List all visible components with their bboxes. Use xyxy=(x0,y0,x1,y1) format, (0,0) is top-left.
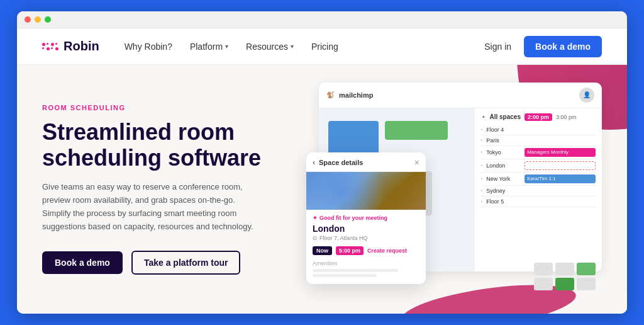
now-badge: Now xyxy=(313,246,332,255)
sign-in-link[interactable]: Sign in xyxy=(484,42,511,52)
space-name: Tokyo xyxy=(486,149,521,156)
location-icon: ⊙ xyxy=(313,235,318,241)
space-card-title-row: ‹ Space details xyxy=(313,158,363,167)
browser-chrome xyxy=(17,11,627,28)
nav-actions: Sign in Book a demo xyxy=(484,36,602,57)
space-card-header: ‹ Space details × xyxy=(306,152,426,172)
expand-icon: › xyxy=(481,162,483,168)
space-actions: Now 5:00 pm Create request xyxy=(313,246,419,255)
all-spaces-label: All spaces xyxy=(490,113,521,120)
schedule-row: › New York Kara/Tim 1:1 xyxy=(481,173,596,186)
event-label: Kara/Tim 1:1 xyxy=(525,176,558,181)
space-details-title: Space details xyxy=(319,159,363,166)
nav-why-robin[interactable]: Why Robin? xyxy=(125,42,172,52)
hero-left: ROOM SCHEDULING Streamlined room schedul… xyxy=(42,104,294,275)
amenity-line xyxy=(313,274,377,277)
close-dot[interactable] xyxy=(25,16,31,23)
amenities-lines xyxy=(313,269,419,277)
browser-window: Robin Why Robin? Platform ▾ Resources ▾ … xyxy=(17,11,627,314)
close-icon[interactable]: × xyxy=(414,157,419,168)
availability-tiles xyxy=(534,263,596,290)
amenity-line xyxy=(313,269,398,272)
book-demo-hero-button[interactable]: Book a demo xyxy=(42,251,123,274)
expand-icon: › xyxy=(481,188,483,193)
tile xyxy=(534,278,553,290)
schedule-row: › Paris xyxy=(481,135,596,146)
room-location: ⊙ Floor 7, Atlanta HQ xyxy=(313,235,419,241)
nav-pricing[interactable]: Pricing xyxy=(311,42,338,52)
nav-links: Why Robin? Platform ▾ Resources ▾ Pricin… xyxy=(125,42,485,52)
schedule-row: › Floor 5 xyxy=(481,197,596,207)
hero-mockup: 🐒 mailchimp 👤 xyxy=(306,76,602,303)
space-name: London xyxy=(486,162,521,169)
green-block xyxy=(385,121,448,140)
page: Robin Why Robin? Platform ▾ Resources ▾ … xyxy=(17,28,627,314)
expand-icon: › xyxy=(481,137,483,143)
event-bar-dashed xyxy=(525,161,596,170)
event-label: Managers Monthly xyxy=(525,149,571,155)
space-card-body: ✦ Good fit for your meeting London ⊙ Flo… xyxy=(306,210,426,284)
expand-icon: › xyxy=(481,149,483,155)
amenities-label: Amenities xyxy=(313,260,419,266)
schedule-row: › London xyxy=(481,159,596,173)
nav-platform[interactable]: Platform ▾ xyxy=(190,42,228,52)
book-demo-button[interactable]: Book a demo xyxy=(524,36,602,57)
card-header: 🐒 mailchimp 👤 xyxy=(319,83,602,108)
schedule-panel: ⚬ All spaces 2:00 pm 3:00 pm › Floor 4 xyxy=(475,108,602,271)
create-request-link[interactable]: Create request xyxy=(367,248,407,254)
logo-icon xyxy=(42,43,58,50)
logo[interactable]: Robin xyxy=(42,39,99,54)
chevron-down-icon: ▾ xyxy=(291,43,294,50)
expand-icon: › xyxy=(481,176,483,181)
hero-section: ROOM SCHEDULING Streamlined room schedul… xyxy=(17,65,627,314)
space-name: New York xyxy=(486,176,521,182)
category-label: ROOM SCHEDULING xyxy=(42,104,294,111)
image-overlay xyxy=(306,172,426,210)
mailchimp-label: mailchimp xyxy=(339,91,373,99)
checkmark-icon: ✦ xyxy=(313,215,318,221)
space-name: Sydney xyxy=(486,188,521,194)
tile-booked xyxy=(555,278,574,290)
space-name: Paris xyxy=(486,137,521,144)
event-bar-blue: Kara/Tim 1:1 xyxy=(525,174,596,183)
schedule-row: › Floor 4 xyxy=(481,125,596,135)
hero-buttons: Book a demo Take a platform tour xyxy=(42,251,294,275)
chevron-down-icon: ▾ xyxy=(225,43,228,50)
event-bar-pink: Managers Monthly xyxy=(525,148,596,157)
expand-icon: › xyxy=(481,198,483,204)
space-card-image xyxy=(306,172,426,210)
room-name: London xyxy=(313,224,419,234)
tile-available xyxy=(577,263,596,275)
back-icon[interactable]: ‹ xyxy=(313,158,315,167)
schedule-row: › Tokyo Managers Monthly xyxy=(481,146,596,159)
mailchimp-logo-icon: 🐒 xyxy=(326,91,334,98)
tile xyxy=(577,278,596,290)
tile xyxy=(534,263,553,275)
tile xyxy=(555,263,574,275)
time-slot-badge: 5:00 pm xyxy=(336,246,364,255)
hero-title: Streamlined room scheduling software xyxy=(42,119,294,171)
fullscreen-dot[interactable] xyxy=(45,16,51,23)
navbar: Robin Why Robin? Platform ▾ Resources ▾ … xyxy=(17,28,627,65)
schedule-row: › Sydney xyxy=(481,186,596,197)
space-name: Floor 4 xyxy=(486,127,521,133)
next-time-label: 3:00 pm xyxy=(556,114,577,120)
good-fit-label: ✦ Good fit for your meeting xyxy=(313,215,419,221)
hero-description: Give teams an easy way to reserve a conf… xyxy=(42,181,256,233)
user-avatar: 👤 xyxy=(579,88,594,103)
space-name: Floor 5 xyxy=(486,198,521,205)
minimize-dot[interactable] xyxy=(35,16,41,23)
nav-resources[interactable]: Resources ▾ xyxy=(246,42,294,52)
logo-text: Robin xyxy=(64,39,99,54)
schedule-header: ⚬ All spaces 2:00 pm 3:00 pm xyxy=(481,113,596,121)
active-time-badge: 2:00 pm xyxy=(525,113,552,121)
space-details-card: ‹ Space details × ✦ Good fit for your me… xyxy=(306,152,426,284)
expand-icon: › xyxy=(481,127,483,132)
platform-tour-button[interactable]: Take a platform tour xyxy=(131,251,241,275)
